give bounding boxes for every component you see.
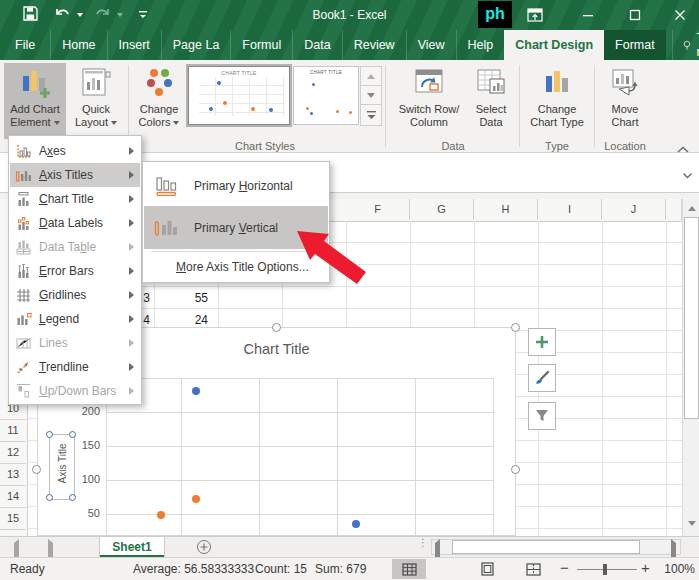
axis-title-handle[interactable]: [69, 494, 76, 501]
submenu-item-more-axis-title-options[interactable]: More Axis Title Options...: [144, 254, 328, 280]
change-colors-label1: Change: [140, 103, 179, 116]
select-data-label1: Select: [476, 103, 507, 116]
minimize-button[interactable]: [576, 3, 600, 27]
tab-home[interactable]: Home: [50, 30, 106, 60]
chart-style-thumbnail-2[interactable]: CHART TITLE: [293, 66, 359, 125]
zoom-in-button[interactable]: +: [641, 559, 650, 576]
zoom-out-button[interactable]: −: [560, 559, 569, 576]
formula-bar-expand-button[interactable]: [682, 166, 693, 184]
scroll-up-button[interactable]: [684, 200, 699, 216]
column-header-f[interactable]: F: [346, 199, 410, 220]
row-header-13[interactable]: 13: [0, 463, 26, 486]
chart-style-thumbnail-1[interactable]: CHART TITLE: [188, 66, 290, 125]
tab-help[interactable]: Help: [456, 30, 505, 60]
new-sheet-button[interactable]: [196, 539, 212, 559]
menu-item-lines: Lines: [10, 331, 140, 355]
chart-filters-button[interactable]: [528, 402, 556, 430]
zoom-slider-track[interactable]: [577, 569, 637, 570]
tab-insert[interactable]: Insert: [107, 30, 161, 60]
tab-page-layout[interactable]: Page La: [161, 30, 231, 60]
trendline-icon: [15, 359, 32, 376]
axis-title-handle[interactable]: [46, 494, 53, 501]
chart-handle-top-right[interactable]: [511, 323, 520, 332]
page-break-preview-button[interactable]: [516, 559, 550, 579]
horizontal-scrollbar[interactable]: [431, 539, 681, 555]
cell-c[interactable]: 55: [156, 287, 211, 309]
dropdown-arrow-icon: [54, 121, 60, 125]
row-header-15[interactable]: 15: [0, 507, 26, 530]
gallery-more-button[interactable]: [360, 104, 382, 126]
chart-handle-left-middle[interactable]: [32, 465, 41, 474]
normal-view-button[interactable]: [392, 559, 426, 579]
sheet-tab-sheet1[interactable]: Sheet1: [99, 537, 165, 557]
column-header-g[interactable]: G: [410, 199, 474, 220]
chart-handle-top-center[interactable]: [272, 323, 281, 332]
quick-layout-button[interactable]: Quick Layout: [70, 63, 122, 139]
menu-item-error-bars[interactable]: Error Bars: [10, 259, 140, 283]
menu-item-axis-titles[interactable]: Axis Titles: [10, 163, 140, 187]
axis-title-box[interactable]: Axis Title: [49, 434, 75, 500]
column-header-j[interactable]: J: [602, 199, 666, 220]
submenu-item-primary-vertical[interactable]: Primary Vertical: [144, 206, 328, 249]
dropdown-arrow-icon: [111, 121, 117, 125]
menu-item-legend[interactable]: Legend: [10, 307, 140, 331]
scroll-down-button[interactable]: [684, 515, 699, 531]
tab-splitter-handle[interactable]: ⋮: [418, 540, 428, 545]
column-header-h[interactable]: H: [474, 199, 538, 220]
row-header-14[interactable]: 14: [0, 485, 26, 508]
menu-item-data-labels[interactable]: Data Labels: [10, 211, 140, 235]
change-chart-type-button[interactable]: Change Chart Type: [524, 63, 590, 139]
paintbrush-icon: [534, 370, 550, 386]
chart-elements-button[interactable]: [528, 328, 556, 356]
gallery-scroll-down-button[interactable]: [360, 85, 382, 106]
add-chart-element-icon: [19, 63, 51, 101]
move-chart-button[interactable]: Move Chart: [600, 63, 650, 139]
add-chart-element-button[interactable]: Add Chart Element: [4, 63, 66, 139]
thumbnail-dot: [269, 108, 273, 112]
thumbnail-title: CHART TITLE: [294, 70, 358, 75]
row-header-11[interactable]: 11: [0, 419, 26, 442]
vertical-scrollbar-thumb[interactable]: [684, 217, 699, 419]
quick-layout-label1: Quick: [82, 103, 110, 116]
menu-item-chart-title[interactable]: Chart Title: [10, 187, 140, 211]
tab-data[interactable]: Data: [292, 30, 341, 60]
gallery-scroll-up-button[interactable]: [360, 66, 382, 87]
tab-format[interactable]: Format: [604, 30, 666, 60]
tell-me-button[interactable]: Tell me: [672, 30, 699, 60]
group-label-data: Data: [420, 140, 486, 152]
column-header-partial[interactable]: [666, 199, 682, 220]
column-header-i[interactable]: I: [538, 199, 602, 220]
close-button[interactable]: [668, 3, 692, 27]
maximize-button[interactable]: [623, 3, 647, 27]
tab-chart-design[interactable]: Chart Design: [504, 30, 604, 60]
zoom-level[interactable]: 100%: [655, 561, 695, 578]
zoom-slider-thumb[interactable]: [603, 564, 607, 575]
switch-row-column-button[interactable]: Switch Row/ Column: [392, 63, 466, 139]
change-colors-button[interactable]: Change Colors: [134, 63, 184, 139]
vertical-scrollbar[interactable]: [682, 199, 699, 536]
select-data-button[interactable]: Select Data: [468, 63, 514, 139]
tab-review[interactable]: Review: [342, 30, 406, 60]
submenu-item-primary-horizontal[interactable]: Primary Horizontal: [144, 165, 328, 206]
axis-title-handle[interactable]: [69, 431, 76, 438]
tab-file[interactable]: File: [0, 30, 50, 60]
tab-view[interactable]: View: [406, 30, 456, 60]
submenu-arrow-icon: [129, 291, 134, 299]
menu-item-axes[interactable]: Axes: [10, 139, 140, 163]
status-ready: Ready: [10, 561, 45, 578]
menu-item-gridlines[interactable]: Gridlines: [10, 283, 140, 307]
ribbon-display-options-button[interactable]: [523, 3, 547, 27]
chart-handle-right-middle[interactable]: [511, 465, 520, 474]
row-header-12[interactable]: 12: [0, 441, 26, 464]
primary-horizontal-icon: [154, 175, 180, 197]
thumbnail-dot: [209, 107, 213, 111]
horizontal-scrollbar-thumb[interactable]: [452, 540, 640, 554]
chart-title-icon: [15, 191, 32, 208]
page-layout-view-button[interactable]: [470, 559, 504, 579]
add-chart-element-menu: Axes Axis Titles Chart Title Data Labels…: [8, 135, 142, 405]
lines-icon: [15, 335, 32, 352]
axis-title-handle[interactable]: [46, 431, 53, 438]
menu-item-trendline[interactable]: Trendline: [10, 355, 140, 379]
tab-formulas[interactable]: Formul: [230, 30, 292, 60]
chart-styles-button[interactable]: [528, 364, 556, 392]
